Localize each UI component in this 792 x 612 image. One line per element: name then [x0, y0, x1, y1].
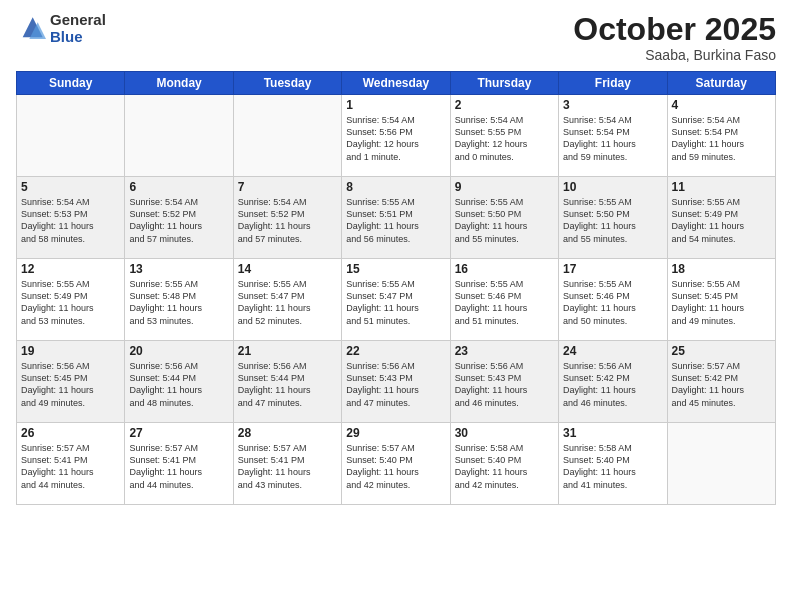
day-cell-30: 30Sunrise: 5:58 AM Sunset: 5:40 PM Dayli… — [450, 423, 558, 505]
day-number: 26 — [21, 426, 120, 440]
cell-info: Sunrise: 5:55 AM Sunset: 5:45 PM Dayligh… — [672, 278, 771, 327]
month-title: October 2025 — [573, 12, 776, 47]
day-cell-28: 28Sunrise: 5:57 AM Sunset: 5:41 PM Dayli… — [233, 423, 341, 505]
cell-info: Sunrise: 5:54 AM Sunset: 5:55 PM Dayligh… — [455, 114, 554, 163]
empty-cell — [125, 95, 233, 177]
day-number: 28 — [238, 426, 337, 440]
day-number: 12 — [21, 262, 120, 276]
day-cell-1: 1Sunrise: 5:54 AM Sunset: 5:56 PM Daylig… — [342, 95, 450, 177]
day-number: 9 — [455, 180, 554, 194]
cell-info: Sunrise: 5:54 AM Sunset: 5:56 PM Dayligh… — [346, 114, 445, 163]
day-header-sunday: Sunday — [17, 72, 125, 95]
day-number: 27 — [129, 426, 228, 440]
day-number: 25 — [672, 344, 771, 358]
cell-info: Sunrise: 5:54 AM Sunset: 5:54 PM Dayligh… — [563, 114, 662, 163]
day-number: 4 — [672, 98, 771, 112]
header: General Blue October 2025 Saaba, Burkina… — [16, 12, 776, 63]
day-cell-17: 17Sunrise: 5:55 AM Sunset: 5:46 PM Dayli… — [559, 259, 667, 341]
cell-info: Sunrise: 5:55 AM Sunset: 5:51 PM Dayligh… — [346, 196, 445, 245]
day-cell-27: 27Sunrise: 5:57 AM Sunset: 5:41 PM Dayli… — [125, 423, 233, 505]
day-number: 10 — [563, 180, 662, 194]
day-header-monday: Monday — [125, 72, 233, 95]
cell-info: Sunrise: 5:58 AM Sunset: 5:40 PM Dayligh… — [563, 442, 662, 491]
day-number: 24 — [563, 344, 662, 358]
day-cell-25: 25Sunrise: 5:57 AM Sunset: 5:42 PM Dayli… — [667, 341, 775, 423]
day-number: 18 — [672, 262, 771, 276]
day-number: 30 — [455, 426, 554, 440]
day-number: 21 — [238, 344, 337, 358]
day-cell-20: 20Sunrise: 5:56 AM Sunset: 5:44 PM Dayli… — [125, 341, 233, 423]
day-number: 23 — [455, 344, 554, 358]
day-header-tuesday: Tuesday — [233, 72, 341, 95]
day-number: 14 — [238, 262, 337, 276]
day-cell-31: 31Sunrise: 5:58 AM Sunset: 5:40 PM Dayli… — [559, 423, 667, 505]
day-cell-24: 24Sunrise: 5:56 AM Sunset: 5:42 PM Dayli… — [559, 341, 667, 423]
logo-blue: Blue — [50, 29, 106, 46]
day-header-row: SundayMondayTuesdayWednesdayThursdayFrid… — [17, 72, 776, 95]
day-number: 13 — [129, 262, 228, 276]
day-cell-7: 7Sunrise: 5:54 AM Sunset: 5:52 PM Daylig… — [233, 177, 341, 259]
day-cell-9: 9Sunrise: 5:55 AM Sunset: 5:50 PM Daylig… — [450, 177, 558, 259]
day-header-friday: Friday — [559, 72, 667, 95]
day-cell-15: 15Sunrise: 5:55 AM Sunset: 5:47 PM Dayli… — [342, 259, 450, 341]
day-number: 17 — [563, 262, 662, 276]
location-subtitle: Saaba, Burkina Faso — [573, 47, 776, 63]
empty-cell — [17, 95, 125, 177]
day-cell-14: 14Sunrise: 5:55 AM Sunset: 5:47 PM Dayli… — [233, 259, 341, 341]
cell-info: Sunrise: 5:58 AM Sunset: 5:40 PM Dayligh… — [455, 442, 554, 491]
cell-info: Sunrise: 5:56 AM Sunset: 5:43 PM Dayligh… — [455, 360, 554, 409]
day-number: 29 — [346, 426, 445, 440]
title-block: October 2025 Saaba, Burkina Faso — [573, 12, 776, 63]
cell-info: Sunrise: 5:54 AM Sunset: 5:54 PM Dayligh… — [672, 114, 771, 163]
cell-info: Sunrise: 5:55 AM Sunset: 5:50 PM Dayligh… — [455, 196, 554, 245]
day-number: 6 — [129, 180, 228, 194]
cell-info: Sunrise: 5:54 AM Sunset: 5:53 PM Dayligh… — [21, 196, 120, 245]
day-number: 5 — [21, 180, 120, 194]
calendar-table: SundayMondayTuesdayWednesdayThursdayFrid… — [16, 71, 776, 505]
day-cell-2: 2Sunrise: 5:54 AM Sunset: 5:55 PM Daylig… — [450, 95, 558, 177]
day-number: 20 — [129, 344, 228, 358]
empty-cell — [233, 95, 341, 177]
cell-info: Sunrise: 5:54 AM Sunset: 5:52 PM Dayligh… — [238, 196, 337, 245]
day-cell-22: 22Sunrise: 5:56 AM Sunset: 5:43 PM Dayli… — [342, 341, 450, 423]
day-cell-26: 26Sunrise: 5:57 AM Sunset: 5:41 PM Dayli… — [17, 423, 125, 505]
week-row-3: 12Sunrise: 5:55 AM Sunset: 5:49 PM Dayli… — [17, 259, 776, 341]
day-cell-11: 11Sunrise: 5:55 AM Sunset: 5:49 PM Dayli… — [667, 177, 775, 259]
logo: General Blue — [16, 12, 106, 45]
cell-info: Sunrise: 5:57 AM Sunset: 5:42 PM Dayligh… — [672, 360, 771, 409]
day-cell-13: 13Sunrise: 5:55 AM Sunset: 5:48 PM Dayli… — [125, 259, 233, 341]
day-cell-21: 21Sunrise: 5:56 AM Sunset: 5:44 PM Dayli… — [233, 341, 341, 423]
cell-info: Sunrise: 5:54 AM Sunset: 5:52 PM Dayligh… — [129, 196, 228, 245]
cell-info: Sunrise: 5:57 AM Sunset: 5:40 PM Dayligh… — [346, 442, 445, 491]
cell-info: Sunrise: 5:55 AM Sunset: 5:46 PM Dayligh… — [455, 278, 554, 327]
day-number: 31 — [563, 426, 662, 440]
cell-info: Sunrise: 5:56 AM Sunset: 5:43 PM Dayligh… — [346, 360, 445, 409]
calendar-page: General Blue October 2025 Saaba, Burkina… — [0, 0, 792, 612]
cell-info: Sunrise: 5:56 AM Sunset: 5:45 PM Dayligh… — [21, 360, 120, 409]
week-row-5: 26Sunrise: 5:57 AM Sunset: 5:41 PM Dayli… — [17, 423, 776, 505]
cell-info: Sunrise: 5:56 AM Sunset: 5:44 PM Dayligh… — [129, 360, 228, 409]
cell-info: Sunrise: 5:55 AM Sunset: 5:47 PM Dayligh… — [238, 278, 337, 327]
cell-info: Sunrise: 5:55 AM Sunset: 5:47 PM Dayligh… — [346, 278, 445, 327]
cell-info: Sunrise: 5:57 AM Sunset: 5:41 PM Dayligh… — [21, 442, 120, 491]
cell-info: Sunrise: 5:55 AM Sunset: 5:46 PM Dayligh… — [563, 278, 662, 327]
day-header-wednesday: Wednesday — [342, 72, 450, 95]
week-row-2: 5Sunrise: 5:54 AM Sunset: 5:53 PM Daylig… — [17, 177, 776, 259]
cell-info: Sunrise: 5:56 AM Sunset: 5:44 PM Dayligh… — [238, 360, 337, 409]
day-cell-12: 12Sunrise: 5:55 AM Sunset: 5:49 PM Dayli… — [17, 259, 125, 341]
day-cell-23: 23Sunrise: 5:56 AM Sunset: 5:43 PM Dayli… — [450, 341, 558, 423]
day-number: 15 — [346, 262, 445, 276]
day-number: 16 — [455, 262, 554, 276]
logo-text: General Blue — [50, 12, 106, 45]
day-header-saturday: Saturday — [667, 72, 775, 95]
day-cell-6: 6Sunrise: 5:54 AM Sunset: 5:52 PM Daylig… — [125, 177, 233, 259]
day-number: 3 — [563, 98, 662, 112]
day-number: 8 — [346, 180, 445, 194]
day-cell-18: 18Sunrise: 5:55 AM Sunset: 5:45 PM Dayli… — [667, 259, 775, 341]
cell-info: Sunrise: 5:55 AM Sunset: 5:49 PM Dayligh… — [672, 196, 771, 245]
day-cell-29: 29Sunrise: 5:57 AM Sunset: 5:40 PM Dayli… — [342, 423, 450, 505]
day-cell-19: 19Sunrise: 5:56 AM Sunset: 5:45 PM Dayli… — [17, 341, 125, 423]
cell-info: Sunrise: 5:56 AM Sunset: 5:42 PM Dayligh… — [563, 360, 662, 409]
empty-cell — [667, 423, 775, 505]
day-cell-3: 3Sunrise: 5:54 AM Sunset: 5:54 PM Daylig… — [559, 95, 667, 177]
